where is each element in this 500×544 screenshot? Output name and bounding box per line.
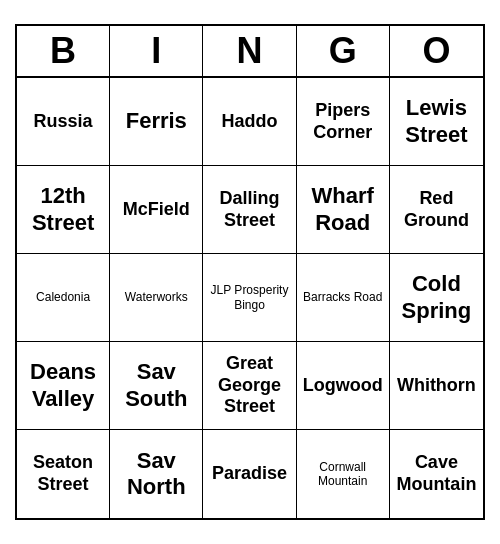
bingo-cell-16: Sav South	[110, 342, 203, 430]
bingo-card: BINGO RussiaFerrisHaddoPipers CornerLewi…	[15, 24, 485, 520]
bingo-cell-7: Dalling Street	[203, 166, 296, 254]
bingo-cell-0: Russia	[17, 78, 110, 166]
bingo-cell-17: Great George Street	[203, 342, 296, 430]
bingo-cell-3: Pipers Corner	[297, 78, 390, 166]
header-letter-g: G	[297, 26, 390, 76]
bingo-cell-20: Seaton Street	[17, 430, 110, 518]
bingo-cell-13: Barracks Road	[297, 254, 390, 342]
bingo-cell-21: Sav North	[110, 430, 203, 518]
bingo-cell-18: Logwood	[297, 342, 390, 430]
bingo-cell-10: Caledonia	[17, 254, 110, 342]
bingo-grid: RussiaFerrisHaddoPipers CornerLewis Stre…	[17, 78, 483, 518]
bingo-cell-2: Haddo	[203, 78, 296, 166]
bingo-cell-8: Wharf Road	[297, 166, 390, 254]
bingo-cell-22: Paradise	[203, 430, 296, 518]
bingo-cell-4: Lewis Street	[390, 78, 483, 166]
header-letter-o: O	[390, 26, 483, 76]
bingo-header: BINGO	[17, 26, 483, 78]
bingo-cell-1: Ferris	[110, 78, 203, 166]
bingo-cell-15: Deans Valley	[17, 342, 110, 430]
bingo-cell-19: Whithorn	[390, 342, 483, 430]
bingo-cell-24: Cave Mountain	[390, 430, 483, 518]
bingo-cell-6: McField	[110, 166, 203, 254]
header-letter-i: I	[110, 26, 203, 76]
header-letter-n: N	[203, 26, 296, 76]
header-letter-b: B	[17, 26, 110, 76]
bingo-cell-14: Cold Spring	[390, 254, 483, 342]
bingo-cell-11: Waterworks	[110, 254, 203, 342]
bingo-cell-9: Red Ground	[390, 166, 483, 254]
bingo-cell-5: 12th Street	[17, 166, 110, 254]
bingo-cell-12: JLP Prosperity Bingo	[203, 254, 296, 342]
bingo-cell-23: Cornwall Mountain	[297, 430, 390, 518]
